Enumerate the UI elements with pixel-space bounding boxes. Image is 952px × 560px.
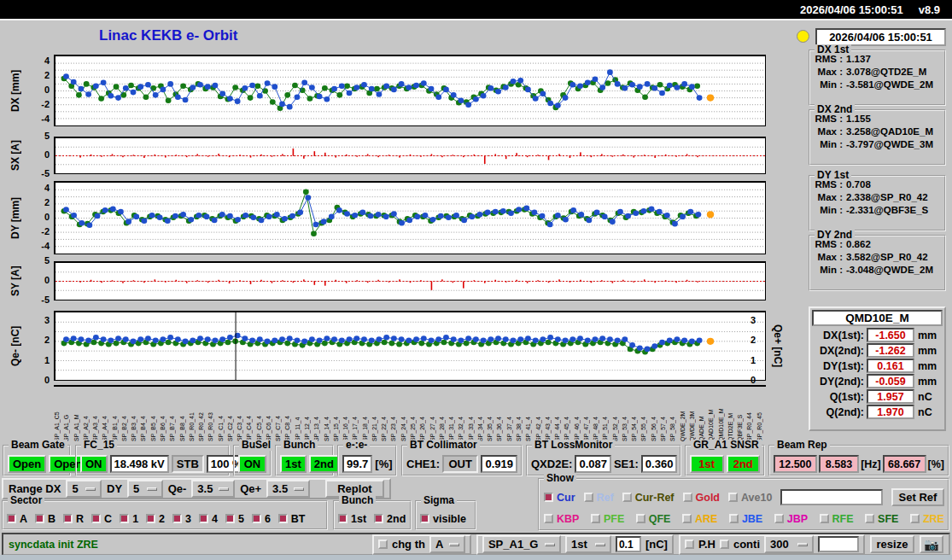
x-axis-label: SP_B7_4 — [169, 388, 176, 441]
stat-value: -3.581@QWDE_2M — [846, 79, 933, 90]
show-toggle-jbp[interactable]: JBP — [774, 513, 808, 525]
sigma-visible-checkbox[interactable]: visible — [420, 513, 466, 525]
checkbox-icon — [683, 493, 692, 502]
checkbox-icon — [199, 514, 208, 523]
y-tick-label: 0 — [27, 375, 50, 385]
x-axis-label: SP_R0_42 — [198, 388, 205, 441]
che1-out-button[interactable]: OUT — [442, 455, 478, 473]
show-toggle-label: JBE — [742, 513, 762, 525]
range-qep-label: Qe+ — [240, 482, 261, 495]
x-axis-label: SP_C2_4 — [227, 388, 234, 441]
sector-item-c[interactable]: C — [91, 513, 112, 525]
fc15-title: FC_15 — [81, 440, 117, 451]
bunch-2nd-button[interactable]: 2nd — [309, 455, 339, 473]
fc15-on-button[interactable]: ON — [80, 455, 108, 473]
show-toggle-pfe[interactable]: PFE — [591, 513, 624, 525]
range-qem-value: 3.5 — [197, 482, 213, 495]
x-axis-label: SP_15_4 — [333, 388, 340, 441]
monitor-row-value: -1.262 — [867, 343, 914, 358]
beam-gate-open-1-button[interactable]: Open — [8, 455, 46, 473]
sector-item-2[interactable]: 2 — [146, 513, 165, 525]
show-toggle-gold[interactable]: Gold — [683, 492, 720, 504]
show-toggle-qfe[interactable]: QFE — [636, 513, 671, 525]
sector-item-bt[interactable]: BT — [278, 513, 306, 525]
conti-checkbox[interactable] — [720, 540, 729, 549]
fc15-stb-button[interactable]: STB — [172, 455, 204, 473]
show-toggle-zre[interactable]: ZRE — [910, 513, 944, 525]
monitor-row-label: Q(2nd): — [813, 406, 864, 418]
dx-plot[interactable] — [54, 55, 766, 126]
y-tick-label: -5 — [27, 295, 50, 305]
monitor-name[interactable]: QMD10E_M — [812, 310, 943, 326]
sector-item-5[interactable]: 5 — [225, 513, 244, 525]
sigma-title: Sigma — [421, 495, 457, 506]
checkbox-icon — [7, 514, 16, 523]
sy-plot[interactable] — [54, 261, 766, 300]
show-toggle-cur[interactable]: Cur — [544, 492, 575, 504]
sx-plot[interactable] — [54, 137, 766, 174]
show-toggle-label: RFE — [832, 513, 854, 525]
monitor-row-unit: mm — [918, 345, 937, 357]
busel-on-button[interactable]: ON — [238, 455, 266, 473]
sector-item-4[interactable]: 4 — [199, 513, 218, 525]
e-ratio-value: 99.7 — [342, 455, 372, 473]
sector-item-6[interactable]: 6 — [252, 513, 271, 525]
range-dx-select[interactable]: 5 — [66, 480, 102, 498]
gr-snsr-2nd-button[interactable]: 2nd — [727, 455, 761, 473]
chg-th-select[interactable]: A — [429, 535, 465, 553]
monitor-row-label: DY(2nd): — [813, 376, 864, 388]
x-axis-label: SP_17_4 — [352, 388, 359, 441]
range-dy-select[interactable]: 5 — [127, 480, 163, 498]
show-toggle-ave10[interactable]: Ave10 — [728, 492, 772, 504]
sector-item-a[interactable]: A — [7, 513, 27, 525]
ref-file-input[interactable] — [780, 489, 883, 505]
threshold-input[interactable] — [616, 536, 641, 552]
fc15-group: FC_15 ON 18.498 kV STB 100 % — [75, 445, 230, 476]
monitor-row: DX(1st):-1.650mm — [813, 328, 942, 342]
extra-input[interactable] — [818, 536, 859, 552]
bunch-select-value: 1st — [571, 538, 587, 551]
x-axis-label: SP_R0_45 — [756, 388, 763, 441]
bunch-select[interactable]: 1st — [565, 535, 611, 553]
gr-snsr-1st-button[interactable]: 1st — [690, 455, 724, 473]
x-axis-label: SP_A1_C5 — [54, 388, 61, 441]
ph-checkbox[interactable] — [685, 540, 694, 549]
set-ref-button[interactable]: Set Ref — [891, 488, 944, 506]
dy-plot[interactable] — [54, 181, 766, 254]
resize-button[interactable]: resize — [870, 535, 914, 553]
range-qep-select[interactable]: 3.5 — [266, 480, 310, 498]
checkbox-icon — [120, 514, 129, 523]
sector-item-1[interactable]: 1 — [120, 513, 138, 525]
show-toggle-cur-ref[interactable]: Cur-Ref — [622, 492, 675, 504]
checkbox-icon — [544, 514, 553, 523]
show-toggle-are[interactable]: ARE — [682, 513, 717, 525]
count-select[interactable]: 300 — [764, 535, 814, 553]
sector-item-r[interactable]: R — [63, 513, 84, 525]
screenshot-button[interactable]: 📷 — [920, 535, 943, 553]
sector-item-a-label: A — [20, 513, 27, 525]
beam-rep-pct-label: [%] — [928, 458, 944, 470]
monitor-row-label: DY(1st): — [813, 360, 864, 372]
bunch-1st-button[interactable]: 1st — [280, 455, 307, 473]
chg-th-checkbox[interactable] — [378, 540, 388, 549]
show-toggle-jbe[interactable]: JBE — [729, 513, 762, 525]
bunch-item-1st[interactable]: 1st — [338, 513, 366, 525]
qxd2e-value: 0.087 — [575, 455, 611, 473]
bunch-item-2nd[interactable]: 2nd — [374, 513, 406, 525]
stat-value: 3.582@SP_R0_42 — [846, 252, 928, 262]
x-axis-label: SP_28_4 — [439, 388, 446, 441]
y-tick-label: 3 — [27, 315, 50, 325]
range-qem-select[interactable]: 3.5 — [191, 480, 235, 498]
x-axis-label: SP_R0_44 — [746, 388, 753, 441]
show-toggle-sfe[interactable]: SFE — [865, 513, 898, 525]
show-toggle-ref[interactable]: Ref — [584, 492, 614, 504]
chg-th-label: chg th — [392, 538, 425, 551]
monitor-row-unit: mm — [918, 360, 937, 372]
show-toggle-kbp[interactable]: KBP — [544, 513, 579, 525]
q-plot[interactable] — [54, 311, 766, 381]
sector-item-3[interactable]: 3 — [172, 513, 191, 525]
show-toggle-rfe[interactable]: RFE — [820, 513, 854, 525]
sector-item-b[interactable]: B — [35, 513, 55, 525]
monitor-select[interactable]: SP_A1_G — [482, 535, 561, 553]
show-toggle-label: QFE — [649, 513, 671, 525]
